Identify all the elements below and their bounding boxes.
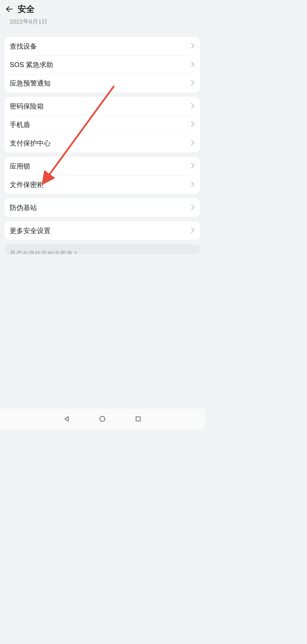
page-title: 安全 [18,3,35,15]
app-bar: 安全 2022年6月1日 [0,0,205,27]
chevron-right-icon [190,227,195,234]
row-label: 查找设备 [10,42,37,51]
row-label: 支付保护中心 [10,139,51,148]
row-label: 更多安全设置 [10,226,51,235]
chevron-right-icon [190,204,195,211]
row-label: 手机盾 [10,120,30,129]
back-button[interactable] [5,3,16,15]
row-file-safe[interactable]: 文件保密柜 [5,175,200,194]
square-recents-icon [135,416,141,422]
svg-marker-3 [65,417,68,421]
row-label: 防伪基站 [10,203,37,212]
chevron-right-icon [190,43,195,50]
row-app-lock[interactable]: 应用锁 [5,157,200,175]
nav-recents-button[interactable] [133,414,143,424]
chevron-right-icon [190,103,195,110]
group-1: 查找设备 SOS 紧急求助 应急预警通知 [5,37,200,92]
nav-back-button[interactable] [61,414,72,424]
svg-point-4 [100,416,105,421]
row-label: 应急预警通知 [10,79,51,88]
chevron-right-icon [190,181,195,188]
row-label: SOS 紧急求助 [10,60,53,69]
row-more-security[interactable]: 更多安全设置 [5,221,200,240]
group-3: 应用锁 文件保密柜 [5,157,200,194]
screen: 安全 2022年6月1日 查找设备 SOS 紧急求助 应急预警通知 [0,0,205,429]
chevron-right-icon [190,163,195,170]
system-nav-bar [0,408,205,429]
row-label: 文件保密柜 [10,180,44,189]
back-arrow-icon [5,5,14,13]
row-password-vault[interactable]: 密码保险箱 [5,97,200,115]
chevron-right-icon [190,140,195,147]
chevron-right-icon [190,121,195,128]
nav-home-button[interactable] [97,414,107,424]
group-4: 防伪基站 [5,198,200,217]
svg-rect-5 [136,417,140,421]
content-area: 查找设备 SOS 紧急求助 应急预警通知 密码保险箱 [0,27,205,408]
footer-hint-card: 是否在寻找其他设置项？ [5,244,200,254]
row-find-device[interactable]: 查找设备 [5,37,200,55]
chevron-right-icon [190,61,195,68]
page-subtitle: 2022年6月1日 [5,17,200,27]
circle-home-icon [99,416,106,422]
row-sos[interactable]: SOS 紧急求助 [5,55,200,74]
group-5: 更多安全设置 [5,221,200,240]
row-label: 应用锁 [10,162,30,171]
row-emergency-alert[interactable]: 应急预警通知 [5,74,200,92]
row-payment-protection[interactable]: 支付保护中心 [5,134,200,152]
row-fake-base-station[interactable]: 防伪基站 [5,198,200,217]
footer-hint-text: 是否在寻找其他设置项？ [10,250,195,254]
chevron-right-icon [190,80,195,87]
triangle-back-icon [63,416,70,422]
group-2: 密码保险箱 手机盾 支付保护中心 [5,97,200,152]
row-label: 密码保险箱 [10,102,44,111]
row-phone-shield[interactable]: 手机盾 [5,115,200,134]
app-bar-top: 安全 [5,1,200,17]
